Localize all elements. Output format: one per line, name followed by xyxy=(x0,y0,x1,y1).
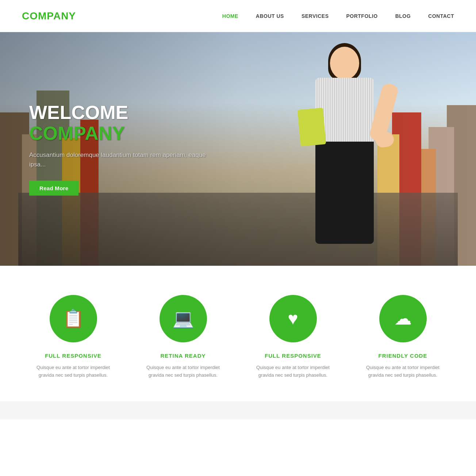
hero-content: WELCOME COMPANY Accusantium doloremque l… xyxy=(29,102,219,196)
nav-blog[interactable]: BLOG xyxy=(395,13,411,19)
site-header: COMPANY HOME ABOUT US SERVICES PORTFOLIO… xyxy=(0,0,476,32)
logo-green-part: COM xyxy=(22,10,47,22)
nav-about[interactable]: ABOUT US xyxy=(256,13,284,19)
laptop-icon: 💻 xyxy=(172,310,194,327)
hero-title: WELCOME COMPANY xyxy=(29,102,219,144)
feature-item-3: ♥ FULL RESPONSIVE Quisque eu ante at tor… xyxy=(249,295,337,379)
hero-title-green: COMPANY xyxy=(29,123,125,144)
notebook-icon: 📋 xyxy=(62,310,84,327)
feature-item-1: 📋 FULL RESPONSIVE Quisque eu ante at tor… xyxy=(30,295,117,379)
feature-desc-4: Quisque eu ante at tortor imperdiet grav… xyxy=(359,364,447,379)
hero-title-prefix: WELCOME xyxy=(29,102,128,123)
cloud-icon: ☁ xyxy=(394,310,412,327)
feature-title-2: RETINA READY xyxy=(161,353,206,359)
feature-title-3: FULL RESPONSIVE xyxy=(265,353,321,359)
features-grid: 📋 FULL RESPONSIVE Quisque eu ante at tor… xyxy=(22,295,454,379)
read-more-button[interactable]: Read More xyxy=(29,181,78,196)
feature-title-1: FULL RESPONSIVE xyxy=(45,353,101,359)
woman-skirt xyxy=(315,142,374,244)
woman-notebook xyxy=(298,108,326,146)
features-section: 📋 FULL RESPONSIVE Quisque eu ante at tor… xyxy=(0,266,476,401)
feature-desc-3: Quisque eu ante at tortor imperdiet grav… xyxy=(249,364,337,379)
hero-section: WELCOME COMPANY Accusantium doloremque l… xyxy=(0,32,476,266)
nav-home[interactable]: HOME xyxy=(222,13,238,19)
feature-circle-1: 📋 xyxy=(50,295,97,342)
footer-bar xyxy=(0,401,476,419)
nav-services[interactable]: SERVICES xyxy=(302,13,329,19)
feature-circle-3: ♥ xyxy=(269,295,317,342)
hero-subtitle: Accusantium doloremque laudantium totam … xyxy=(29,150,219,169)
logo-rest-part: PANY xyxy=(47,10,76,22)
nav-contact[interactable]: CONTACT xyxy=(428,13,454,19)
nav-portfolio[interactable]: PORTFOLIO xyxy=(346,13,377,19)
feature-desc-1: Quisque eu ante at tortor imperdiet grav… xyxy=(30,364,117,379)
site-logo[interactable]: COMPANY xyxy=(22,10,76,22)
hero-woman-figure xyxy=(293,47,396,266)
feature-item-2: 💻 RETINA READY Quisque eu ante at tortor… xyxy=(139,295,227,379)
woman-head xyxy=(330,47,359,80)
feature-circle-2: 💻 xyxy=(160,295,207,342)
feature-item-4: ☁ FRIENDLY CODE Quisque eu ante at torto… xyxy=(359,295,447,379)
feature-title-4: FRIENDLY CODE xyxy=(379,353,427,359)
main-nav: HOME ABOUT US SERVICES PORTFOLIO BLOG CO… xyxy=(222,13,454,19)
heart-icon: ♥ xyxy=(288,310,298,327)
feature-circle-4: ☁ xyxy=(379,295,427,342)
feature-desc-2: Quisque eu ante at tortor imperdiet grav… xyxy=(139,364,227,379)
